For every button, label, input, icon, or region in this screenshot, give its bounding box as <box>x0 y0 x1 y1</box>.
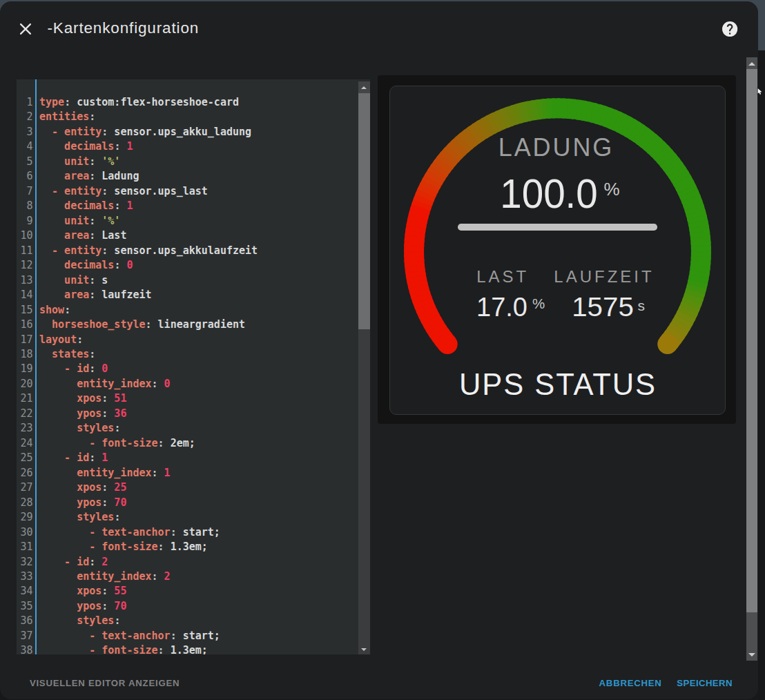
line-number: 28 <box>17 496 33 510</box>
yaml-code-editor[interactable]: 1type: custom:flex-horseshoe-card2entiti… <box>17 79 370 654</box>
code-line: 38 - font-size: 1.3em; <box>17 643 370 654</box>
line-number: 38 <box>17 643 33 654</box>
code-line: 21 xpos: 51 <box>17 391 370 406</box>
code-text: decimals: 1 <box>39 199 133 213</box>
line-number: 12 <box>17 258 33 273</box>
code-line: 5 unit: '%' <box>17 155 370 169</box>
code-line: 9 unit: '%' <box>17 214 370 229</box>
line-number: 20 <box>17 377 33 391</box>
show-visual-editor-button[interactable]: VISUELLEN EDITOR ANZEIGEN <box>30 679 180 688</box>
code-line: 8 decimals: 1 <box>17 199 370 213</box>
dialog-scrollbar[interactable] <box>746 57 757 661</box>
editor-scrollbar[interactable] <box>358 81 371 655</box>
close-icon[interactable] <box>20 23 31 35</box>
line-number: 3 <box>17 125 33 139</box>
code-line: 14 area: laufzeit <box>17 288 370 302</box>
scroll-down-icon <box>748 653 755 657</box>
scroll-down-icon <box>361 648 367 651</box>
code-line: 35 ypos: 70 <box>17 599 370 614</box>
code-line: 36 styles: <box>17 614 370 628</box>
code-text: styles: <box>39 614 120 628</box>
scroll-up-icon <box>361 86 367 89</box>
line-number: 37 <box>17 629 33 643</box>
code-text: - id: 1 <box>39 451 108 465</box>
code-text: xpos: 25 <box>39 480 126 495</box>
line-number: 35 <box>17 599 33 614</box>
line-number: 10 <box>17 229 33 243</box>
code-text: - entity: sensor.ups_akkulaufzeit <box>39 244 258 258</box>
code-text: area: Ladung <box>39 169 139 184</box>
code-line: 17layout: <box>17 333 370 347</box>
line-number: 16 <box>17 318 33 332</box>
code-text: show: <box>39 303 70 318</box>
code-text: - text-anchor: start; <box>39 629 220 643</box>
scroll-up-icon <box>748 62 755 66</box>
code-line: 1type: custom:flex-horseshoe-card <box>17 95 370 110</box>
card-divider-bar <box>458 224 658 231</box>
code-text: layout: <box>39 333 83 347</box>
line-number: 23 <box>17 421 33 436</box>
code-text: entity_index: 2 <box>39 570 171 584</box>
card-title: UPS STATUS <box>459 370 657 400</box>
help-icon[interactable] <box>722 21 737 37</box>
gauge-value: 100.0 <box>500 173 598 215</box>
dialog-scrollbar-thumb[interactable] <box>746 69 757 613</box>
flex-horseshoe-card-preview: LADUNG 100.0 % LAST LAUFZEIT 17.0 % 1575… <box>389 86 726 415</box>
gauge-unit: % <box>604 180 620 198</box>
code-text: area: laufzeit <box>39 288 152 302</box>
code-text: horseshoe_style: lineargradient <box>39 318 245 332</box>
line-number: 25 <box>17 451 33 465</box>
line-number: 5 <box>17 155 33 169</box>
code-text: unit: '%' <box>39 214 120 229</box>
save-button[interactable]: SPEICHERN <box>677 679 733 688</box>
line-number: 17 <box>17 333 33 347</box>
line-number: 29 <box>17 510 33 525</box>
code-text: xpos: 51 <box>39 391 126 406</box>
last-unit: % <box>532 297 545 311</box>
gauge-label: LADUNG <box>498 135 614 160</box>
code-text: decimals: 0 <box>39 258 133 273</box>
code-line: 13 unit: s <box>17 273 370 288</box>
line-number: 15 <box>17 303 33 318</box>
laufzeit-unit: s <box>638 298 646 313</box>
code-text: states: <box>39 347 95 362</box>
line-number: 19 <box>17 362 33 376</box>
line-number: 30 <box>17 525 33 540</box>
code-line: 31 - font-size: 1.3em; <box>17 540 370 554</box>
code-line: 25 - id: 1 <box>17 451 370 465</box>
editor-scrollbar-down-button[interactable] <box>358 645 371 654</box>
code-text: entity_index: 1 <box>39 466 171 480</box>
code-line: 2entities: <box>17 110 370 124</box>
line-number: 4 <box>17 139 33 154</box>
line-number: 26 <box>17 466 33 480</box>
line-number: 24 <box>17 436 33 451</box>
line-number: 27 <box>17 480 33 495</box>
editor-scrollbar-thumb[interactable] <box>358 93 371 329</box>
code-line: 24 - font-size: 2em; <box>17 436 370 451</box>
line-number: 18 <box>17 347 33 362</box>
code-line: 18 states: <box>17 347 370 362</box>
code-text: type: custom:flex-horseshoe-card <box>39 95 239 110</box>
editor-scrollbar-up-button[interactable] <box>358 81 371 93</box>
code-text: ypos: 36 <box>39 407 126 421</box>
code-line: 22 ypos: 36 <box>17 407 370 421</box>
mouse-cursor <box>757 88 763 96</box>
cancel-button[interactable]: ABBRECHEN <box>599 679 662 688</box>
code-text: - entity: sensor.ups_akku_ladung <box>39 125 251 139</box>
code-text: ypos: 70 <box>39 496 126 510</box>
line-number: 6 <box>17 169 33 184</box>
line-number: 2 <box>17 110 33 124</box>
code-line: 30 - text-anchor: start; <box>17 525 370 540</box>
line-number: 14 <box>17 288 33 302</box>
code-text: xpos: 55 <box>39 584 126 599</box>
code-line: 33 entity_index: 2 <box>17 570 370 584</box>
code-line: 27 xpos: 25 <box>17 480 370 495</box>
line-number: 34 <box>17 584 33 599</box>
line-number: 1 <box>17 95 33 110</box>
code-line: 12 decimals: 0 <box>17 258 370 273</box>
code-line: 19 - id: 0 <box>17 362 370 376</box>
code-line: 28 ypos: 70 <box>17 496 370 510</box>
code-text: - id: 2 <box>39 555 108 570</box>
line-number: 22 <box>17 407 33 421</box>
code-line: 11 - entity: sensor.ups_akkulaufzeit <box>17 244 370 258</box>
